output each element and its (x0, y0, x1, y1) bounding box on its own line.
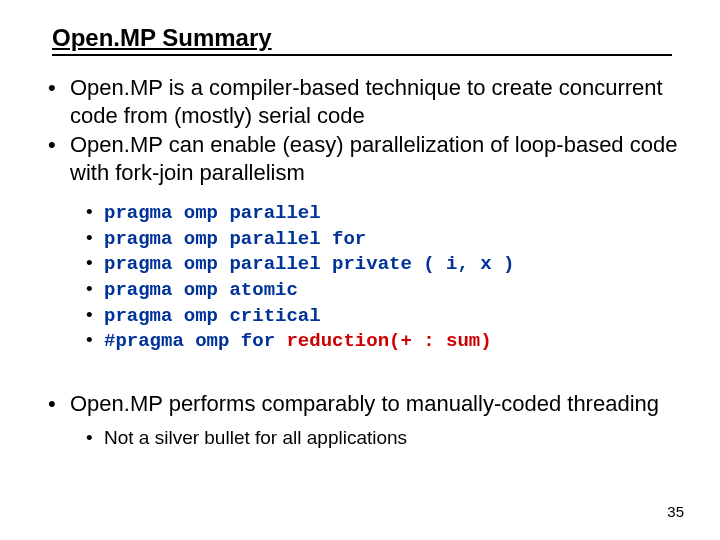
pragma-item: pragma omp atomic (86, 277, 680, 303)
title-block: Open.MP Summary (52, 24, 680, 56)
slide: Open.MP Summary Open.MP is a compiler-ba… (0, 0, 720, 540)
top-bullet-list: Open.MP is a compiler-based technique to… (40, 74, 680, 186)
title-underline-rule (52, 54, 672, 56)
code-highlight: reduction(+ : sum) (286, 330, 491, 352)
bullet-item: Open.MP performs comparably to manually-… (40, 390, 680, 418)
code-prefix: #pragma omp for (104, 330, 286, 352)
code-text: pragma omp parallel private ( i, x ) (104, 253, 514, 275)
code-text: pragma omp critical (104, 305, 321, 327)
top-bullet-list-2: Open.MP performs comparably to manually-… (40, 390, 680, 418)
bullet-item: Open.MP can enable (easy) parallelizatio… (40, 131, 680, 186)
code-text: #pragma omp for reduction(+ : sum) (104, 330, 492, 352)
pragma-item: pragma omp parallel (86, 200, 680, 226)
pragma-item: pragma omp critical (86, 303, 680, 329)
pragma-item: pragma omp parallel private ( i, x ) (86, 251, 680, 277)
spacer (40, 374, 680, 390)
pragma-list: pragma omp parallel pragma omp parallel … (86, 200, 680, 354)
code-text: pragma omp parallel (104, 202, 321, 224)
pragma-item: pragma omp parallel for (86, 226, 680, 252)
code-text: pragma omp atomic (104, 279, 298, 301)
page-number: 35 (667, 503, 684, 520)
code-text: pragma omp parallel for (104, 228, 366, 250)
sub-bullet-item: Not a silver bullet for all applications (86, 426, 680, 451)
pragma-item: #pragma omp for reduction(+ : sum) (86, 328, 680, 354)
sub-bullet-list: Not a silver bullet for all applications (86, 426, 680, 451)
slide-title: Open.MP Summary (52, 24, 680, 54)
bullet-item: Open.MP is a compiler-based technique to… (40, 74, 680, 129)
